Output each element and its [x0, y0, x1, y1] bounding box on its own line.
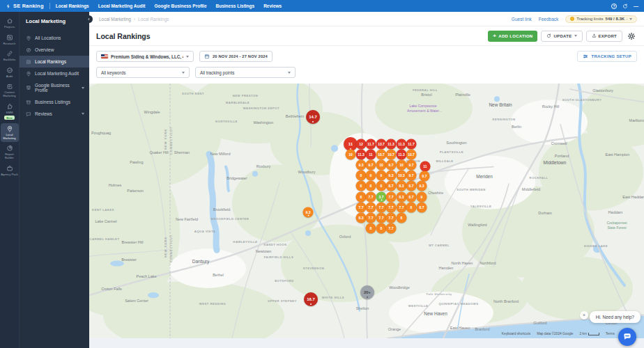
rank-bubble[interactable]: 7.7 — [397, 203, 407, 213]
rank-bubble[interactable]: 7.7 — [356, 203, 367, 213]
rank-bubble[interactable]: 16.7 — [304, 292, 318, 306]
minimize-icon[interactable]: — — [634, 3, 638, 8]
rank-bubble[interactable]: 9.7 — [366, 160, 376, 171]
rank-bubble[interactable]: 7.7 — [366, 213, 376, 223]
rank-bubble[interactable]: 11.3 — [397, 150, 407, 160]
rail-item-backlinks[interactable]: Backlinks — [1, 48, 19, 64]
rail-item-audit[interactable]: Audit — [1, 65, 19, 81]
rank-bubble[interactable]: 10.3 — [397, 171, 407, 181]
rail-item-content-marketing[interactable]: Content Marketing — [1, 81, 19, 100]
rank-bubble[interactable]: 8.3 — [397, 181, 407, 191]
rank-bubble[interactable]: 7.7 — [386, 203, 397, 213]
rail-item-agency-pack[interactable]: Agency Pack — [1, 163, 19, 179]
rank-bubble[interactable]: 9.7 — [420, 171, 430, 182]
rank-bubble[interactable]: 8 — [366, 181, 376, 191]
rank-bubble[interactable]: 8.7 — [386, 181, 397, 191]
rank-bubble[interactable]: 9.7 — [406, 171, 417, 181]
rank-bubble[interactable]: 11.3 — [397, 139, 407, 150]
sidebar-item-all-locations[interactable]: All Locations — [20, 32, 89, 44]
rank-bubble[interactable]: 9 — [366, 171, 376, 181]
rank-bubble[interactable]: 8 — [406, 203, 417, 213]
rail-item-research[interactable]: Research — [1, 32, 19, 48]
rank-bubble[interactable]: 8.7 — [417, 203, 427, 213]
rank-bubble[interactable]: 9.3 — [386, 171, 397, 181]
help-icon[interactable]: ? — [611, 3, 617, 9]
rank-bubble[interactable]: 9 — [417, 192, 427, 203]
sidebar-item-local-marketing-audit[interactable]: Local Marketing Audit — [20, 68, 89, 79]
rank-bubble[interactable]: 10 — [397, 160, 407, 171]
rail-item-smm[interactable]: SMMBeta — [1, 101, 19, 122]
sidebar-item-local-rankings[interactable]: Local Rankings — [20, 56, 89, 68]
sidebar-item-google-business-profile[interactable]: Google Business Profile — [20, 79, 89, 96]
rank-bubble[interactable]: 8 — [356, 181, 367, 191]
refresh-icon[interactable] — [622, 3, 628, 9]
rank-bubble[interactable]: 8 — [356, 192, 367, 203]
rank-bubble[interactable]: 7.7 — [386, 223, 397, 234]
map[interactable]: PoughquagWingdalePawlingHolmesPattersonK… — [89, 84, 644, 338]
nav-item-local-rankings[interactable]: Local Rankings — [56, 3, 89, 8]
rank-bubble[interactable]: 9.3 — [356, 160, 367, 171]
rank-bubble[interactable]: 11.3 — [356, 150, 367, 160]
rank-bubble[interactable]: 10 — [376, 160, 387, 171]
keywords-select[interactable]: All keywords — [96, 67, 190, 78]
sidebar-item-reviews[interactable]: Reviews — [20, 108, 89, 120]
rank-bubble[interactable]: 11.7 — [406, 139, 417, 150]
rank-bubble[interactable]: 7.7 — [376, 203, 387, 213]
rank-bubble[interactable]: 11 — [366, 150, 376, 160]
location-select[interactable]: Premium Siding & Windows, LLC, 457 ... — [96, 51, 194, 62]
rank-bubble[interactable]: 8 — [356, 171, 367, 181]
rank-bubble[interactable]: 10.7 — [376, 150, 387, 160]
brand[interactable]: SE Ranking — [6, 3, 44, 9]
rank-bubble[interactable]: 11.7 — [366, 139, 376, 150]
guest-link[interactable]: Guest link — [512, 17, 532, 22]
feedback-link[interactable]: Feedback — [539, 17, 559, 22]
rank-bubble[interactable]: 8.7 — [406, 192, 417, 203]
chat-greeting[interactable]: Hi. Need any help? — [590, 311, 641, 323]
rail-item-local-marketing[interactable]: Local Marketing — [1, 123, 19, 143]
rank-bubble[interactable]: 7.7 — [376, 213, 387, 223]
rank-bubble[interactable]: 11 — [420, 161, 431, 172]
sidebar-collapse-button[interactable]: ‹ — [85, 15, 93, 23]
rank-bubble[interactable]: 7.7 — [366, 203, 376, 213]
nav-item-reviews[interactable]: Reviews — [263, 3, 282, 8]
update-button[interactable]: UPDATE — [541, 31, 582, 42]
breadcrumb-parent[interactable]: Local Marketing — [99, 17, 131, 22]
rank-bubble[interactable]: 11.3 — [386, 139, 397, 150]
rank-bubble[interactable]: 9 — [376, 171, 387, 181]
rail-item-report-builder[interactable]: Report Builder — [1, 143, 19, 162]
rank-bubble[interactable]: 9.3 — [417, 181, 427, 191]
rank-bubble[interactable]: 10.7 — [406, 150, 417, 160]
rank-bubble[interactable]: 10 — [346, 150, 356, 160]
rank-bubble[interactable]: 8.3 — [397, 192, 407, 203]
rank-bubble[interactable]: 9.3 — [303, 207, 314, 218]
rank-bubble[interactable]: 9.7 — [386, 160, 397, 171]
sidebar-item-business-listings[interactable]: Business Listings — [20, 96, 89, 108]
sidebar-item-overview[interactable]: Overview — [20, 44, 89, 56]
rank-bubble[interactable]: 7.7 — [386, 213, 397, 223]
rank-bubble[interactable]: 7.7 — [366, 192, 376, 203]
nav-item-google-business-profile[interactable]: Google Business Profile — [154, 3, 206, 8]
chat-dismiss-button[interactable]: × — [580, 311, 588, 319]
rank-bubble[interactable]: 13.7 — [376, 139, 387, 150]
keyboard-shortcuts-link[interactable]: Keyboard shortcuts — [502, 332, 530, 335]
rank-bubble[interactable]: 12 — [356, 139, 367, 150]
rank-bubble[interactable]: 7.7 — [386, 192, 397, 203]
rank-bubble[interactable]: 8.7 — [406, 181, 417, 191]
rank-bubble[interactable]: 8 — [397, 213, 407, 223]
add-location-button[interactable]: + ADD LOCATION — [488, 31, 537, 42]
rank-bubble[interactable]: 8 — [376, 181, 387, 191]
rank-bubble[interactable]: 3.7 — [376, 192, 387, 203]
nav-item-business-listings[interactable]: Business Listings — [216, 3, 255, 8]
tracking-setup-button[interactable]: TRACKING SETUP — [577, 51, 637, 62]
rank-bubble[interactable]: 9.7 — [406, 160, 417, 171]
rank-bubble[interactable]: 20+ — [360, 285, 374, 299]
date-range-button[interactable]: 20 NOV 2024 - 27 NOV 2024 — [199, 51, 273, 62]
terms-link[interactable]: Terms — [606, 332, 615, 335]
rank-bubble[interactable]: 8.3 — [356, 213, 367, 223]
export-button[interactable]: EXPORT — [586, 31, 622, 42]
tracking-limits-pill[interactable]: Tracking limits 549 / 8.3K i — [565, 15, 637, 23]
rank-bubble[interactable]: 8 — [366, 223, 376, 234]
rank-bubble[interactable]: 10.7 — [386, 150, 397, 160]
nav-item-local-marketing-audit[interactable]: Local Marketing Audit — [98, 3, 146, 8]
tracking-points-select[interactable]: All tracking points — [195, 67, 296, 78]
